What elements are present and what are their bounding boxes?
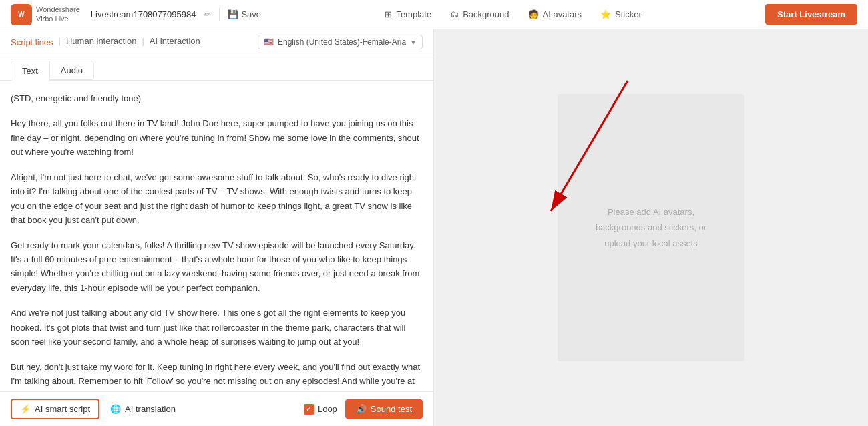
paragraph-4: And we're not just talking about any old…: [11, 306, 423, 349]
header-nav: ⊞ Template 🗂 Background 🧑 AI avatars ⭐ S…: [385, 9, 641, 19]
background-icon: 🗂: [450, 9, 459, 19]
check-icon: ✓: [304, 404, 314, 415]
paragraph-1: Hey there, all you folks out there in TV…: [11, 116, 423, 159]
save-button[interactable]: 💾 Save: [228, 9, 261, 19]
right-panel: Please add AI avatars, backgrounds and s…: [434, 29, 868, 426]
tab-sep-2: |: [142, 36, 144, 49]
preview-area: Please add AI avatars, backgrounds and s…: [434, 29, 868, 426]
sticker-icon: ⭐: [600, 9, 611, 19]
bottom-left: ⚡ AI smart script 🌐 AI translation: [11, 399, 176, 419]
paragraph-0: (STD, energetic and friendly tone): [11, 91, 423, 105]
nav-background[interactable]: 🗂 Background: [450, 9, 509, 19]
tab-human-interaction[interactable]: Human interaction: [66, 36, 137, 49]
main-area: Script lines | Human interaction | AI in…: [0, 29, 868, 426]
tab-sep-1: |: [59, 36, 61, 49]
edit-icon[interactable]: ✏: [204, 9, 211, 19]
script-tab-bar: Script lines | Human interaction | AI in…: [11, 36, 200, 49]
save-icon: 💾: [228, 9, 238, 19]
paragraph-3: Get ready to mark your calendars, folks!…: [11, 238, 423, 296]
brand-name: Wondershare Virbo Live: [36, 5, 80, 23]
stream-title: Livestream1708077095984: [91, 9, 196, 19]
header-left: W Wondershare Virbo Live Livestream17080…: [11, 4, 261, 25]
tab-audio[interactable]: Audio: [49, 61, 94, 80]
tab-ai-interaction[interactable]: AI interaction: [150, 36, 200, 49]
script-header: Script lines | Human interaction | AI in…: [0, 29, 433, 55]
ai-smart-script-button[interactable]: ⚡ AI smart script: [11, 399, 99, 419]
flag-icon: 🇺🇸: [264, 37, 274, 47]
ai-translate-icon: 🌐: [110, 404, 121, 414]
logo-area: W Wondershare Virbo Live: [11, 4, 80, 25]
start-livestream-button[interactable]: Start Livestream: [765, 4, 857, 25]
preview-placeholder: Please add AI avatars, backgrounds and s…: [596, 204, 706, 251]
app-header: W Wondershare Virbo Live Livestream17080…: [0, 0, 868, 29]
ai-smart-icon: ⚡: [20, 404, 31, 414]
paragraph-2: Alright, I'm not just here to chat, we'v…: [11, 170, 423, 228]
language-selector[interactable]: 🇺🇸 English (United States)-Female-Aria ▼: [258, 35, 423, 49]
logo-icon: W: [11, 4, 32, 25]
script-content[interactable]: (STD, energetic and friendly tone) Hey t…: [0, 81, 433, 391]
bottom-right: ✓ Loop 🔊 Sound test: [304, 399, 423, 419]
tab-script-lines[interactable]: Script lines: [11, 36, 53, 49]
nav-template[interactable]: ⊞ Template: [385, 9, 431, 19]
ai-avatars-icon: 🧑: [528, 9, 539, 19]
nav-sticker[interactable]: ⭐ Sticker: [600, 9, 642, 19]
ai-translation-button[interactable]: 🌐 AI translation: [110, 404, 176, 414]
preview-box: Please add AI avatars, backgrounds and s…: [558, 94, 744, 361]
paragraph-5: But hey, don't just take my word for it.…: [11, 360, 423, 391]
sound-icon: 🔊: [356, 404, 367, 414]
tab-text[interactable]: Text: [11, 61, 49, 81]
left-panel: Script lines | Human interaction | AI in…: [0, 29, 434, 426]
divider: [219, 8, 220, 21]
chevron-down-icon: ▼: [410, 39, 417, 46]
bottom-bar: ⚡ AI smart script 🌐 AI translation ✓ Loo…: [0, 391, 433, 426]
template-icon: ⊞: [385, 9, 392, 19]
loop-checkbox[interactable]: ✓ Loop: [304, 404, 337, 415]
content-tab-bar: Text Audio: [0, 55, 433, 81]
nav-ai-avatars[interactable]: 🧑 AI avatars: [528, 9, 582, 19]
sound-test-button[interactable]: 🔊 Sound test: [345, 399, 423, 419]
